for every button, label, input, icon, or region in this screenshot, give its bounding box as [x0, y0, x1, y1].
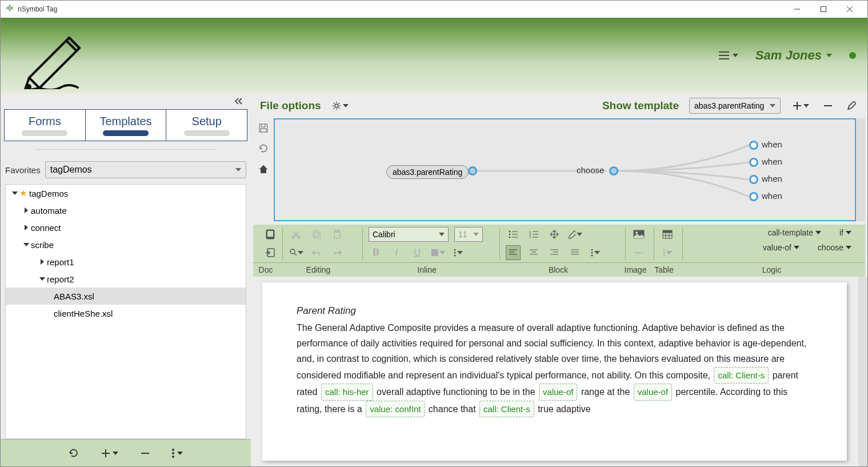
app-icon	[5, 5, 14, 14]
tab-setup[interactable]: Setup	[166, 110, 247, 141]
add-template-button[interactable]	[791, 99, 811, 112]
tree-root[interactable]: ★tagDemos	[6, 185, 246, 202]
svg-point-30	[454, 249, 456, 251]
color-icon[interactable]	[430, 245, 445, 260]
home-icon[interactable]	[258, 164, 269, 174]
tab-forms[interactable]: Forms	[5, 110, 86, 141]
document-scrollbar[interactable]	[858, 277, 867, 466]
svg-point-61	[635, 231, 638, 234]
device-icon[interactable]	[263, 227, 277, 242]
when-label: when	[762, 139, 782, 149]
document-page[interactable]: Parent Rating The General Adaptive Compo…	[262, 282, 847, 461]
font-size-select[interactable]: 11	[454, 227, 483, 242]
more-inline-icon[interactable]	[451, 245, 466, 260]
tree-item-scribe[interactable]: scribe	[6, 236, 246, 253]
align-center-icon[interactable]	[526, 245, 541, 260]
pencil-logo-icon	[12, 23, 86, 89]
find-replace-icon[interactable]	[289, 245, 303, 260]
export-icon[interactable]	[263, 245, 277, 260]
when-label: when	[762, 191, 782, 201]
remove-button[interactable]	[141, 449, 149, 457]
move-icon[interactable]	[547, 227, 562, 242]
diagram-scrollbar[interactable]	[856, 118, 865, 221]
remove-template-button[interactable]	[822, 99, 834, 112]
collapse-sidebar-button[interactable]	[1, 93, 251, 109]
table-icon[interactable]	[660, 227, 675, 242]
ribbon-group-label: Doc	[253, 265, 278, 274]
italic-icon[interactable]: I	[389, 245, 404, 260]
titlebar: nSymbol Tag	[1, 1, 867, 18]
copy-icon[interactable]	[309, 227, 324, 242]
template-tag[interactable]: call: his-her	[321, 384, 373, 401]
save-icon[interactable]	[258, 123, 269, 133]
tree-item-report2[interactable]: report2	[6, 270, 246, 288]
node-circle-icon[interactable]	[749, 192, 758, 201]
svg-point-28	[290, 249, 295, 254]
template-tag[interactable]: call: Client-s	[479, 401, 534, 418]
align-right-icon[interactable]	[547, 245, 562, 260]
when-label: when	[762, 174, 782, 183]
edit-template-button[interactable]	[845, 99, 858, 113]
diagram-root-node[interactable]: abas3.parentRating	[386, 165, 469, 179]
call-template-button[interactable]: call-template	[765, 227, 825, 238]
favorites-select[interactable]: tagDemos	[45, 161, 246, 178]
cut-icon[interactable]	[289, 227, 303, 242]
template-select[interactable]: abas3.parentRating	[689, 98, 781, 114]
tree-item-clientheshe[interactable]: clientHeShe.xsl	[6, 305, 246, 322]
user-menu[interactable]: Sam Jones	[755, 48, 832, 63]
node-circle-icon[interactable]	[468, 166, 477, 175]
tree-item-report1[interactable]: report1	[6, 253, 246, 270]
node-circle-icon[interactable]	[749, 158, 758, 167]
tab-templates[interactable]: Templates	[86, 110, 167, 141]
paste-icon[interactable]	[330, 227, 345, 242]
tree-item-connect[interactable]: connect	[6, 219, 246, 236]
add-button[interactable]	[102, 449, 118, 457]
diagram-sidebar	[253, 118, 274, 221]
underline-icon[interactable]: U	[410, 245, 425, 260]
svg-point-59	[591, 255, 593, 257]
reload-icon[interactable]	[258, 143, 269, 154]
svg-rect-24	[313, 231, 318, 237]
template-tag[interactable]: value-of	[634, 384, 672, 401]
hamburger-menu-icon[interactable]	[719, 51, 738, 60]
bullet-list-icon[interactable]	[506, 227, 521, 242]
node-circle-icon[interactable]	[609, 166, 618, 175]
value-of-button[interactable]: value-of	[759, 242, 803, 253]
minimize-button[interactable]	[784, 1, 810, 18]
svg-point-14	[335, 104, 338, 107]
user-name-label: Sam Jones	[755, 48, 822, 63]
choose-button[interactable]: choose	[814, 242, 855, 253]
table-more-icon[interactable]	[660, 245, 675, 260]
bold-icon[interactable]: B	[369, 245, 383, 260]
node-circle-icon[interactable]	[749, 175, 758, 184]
highlighter-icon[interactable]	[567, 227, 582, 242]
refresh-button[interactable]	[69, 448, 79, 458]
template-tag[interactable]: value: confInt	[366, 401, 425, 418]
maximize-button[interactable]	[810, 1, 837, 18]
font-select[interactable]: Calibri	[369, 227, 449, 242]
align-justify-icon[interactable]	[567, 245, 582, 260]
tree-item-abas3[interactable]: ABAS3.xsl	[6, 288, 246, 305]
tree-item-automate[interactable]: automate	[6, 202, 246, 219]
more-button[interactable]	[172, 449, 183, 458]
node-circle-icon[interactable]	[749, 141, 758, 150]
svg-rect-20	[267, 231, 273, 237]
align-left-icon[interactable]	[506, 245, 521, 260]
header: Sam Jones	[1, 18, 867, 93]
diagram-canvas[interactable]: abas3.parentRating choose when when when…	[274, 118, 856, 221]
image-more-icon[interactable]	[631, 245, 646, 260]
undo-icon[interactable]	[309, 245, 324, 260]
image-icon[interactable]	[631, 227, 646, 242]
svg-text:3: 3	[529, 236, 531, 238]
template-tag[interactable]: value-of	[539, 384, 577, 401]
file-options-gear-button[interactable]	[331, 101, 349, 111]
close-button[interactable]	[837, 1, 863, 18]
numbered-list-icon[interactable]: 123	[526, 227, 541, 242]
if-button[interactable]: if	[836, 227, 855, 238]
template-tag[interactable]: call: Client-s	[714, 367, 769, 384]
more-block-icon[interactable]	[588, 245, 603, 260]
svg-point-72	[663, 252, 665, 254]
svg-rect-29	[431, 249, 438, 256]
ribbon-group-label: Block	[495, 265, 621, 274]
redo-icon[interactable]	[330, 245, 345, 260]
